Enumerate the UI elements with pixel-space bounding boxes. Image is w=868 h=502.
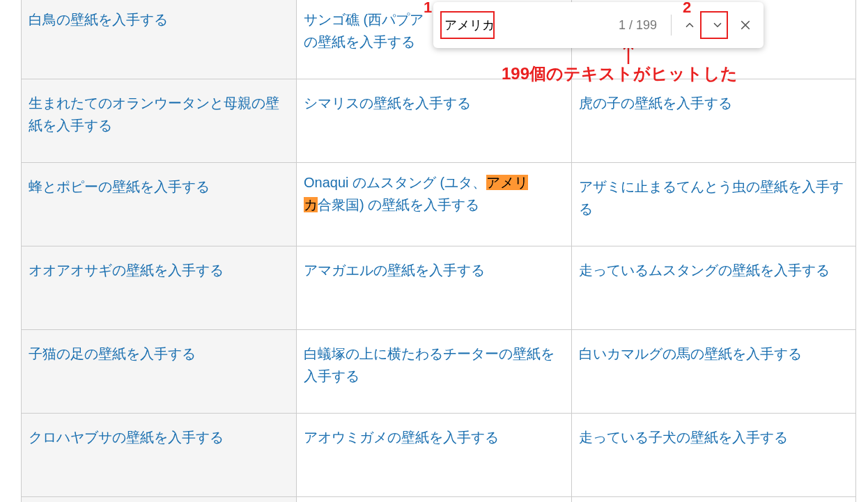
match-count: 1 / 199: [561, 18, 667, 33]
link-cell[interactable]: クロハヤブサの壁紙を入手する: [29, 430, 224, 445]
link-cell[interactable]: アオウミガメの壁紙を入手する: [304, 430, 499, 445]
link-cell[interactable]: 白鳥の壁紙を入手する: [29, 12, 168, 27]
link-cell[interactable]: 子猫の足の壁紙を入手する: [29, 346, 196, 361]
link-cell[interactable]: シマリスの壁紙を入手する: [304, 95, 471, 111]
link-cell-highlighted[interactable]: Onaqui のムスタング (ユタ、アメリカ合衆国) の壁紙を入手する: [304, 175, 528, 212]
wallpaper-links-table: 白鳥の壁紙を入手する サンゴ礁 (西パプアxxxxxxxxxxxxxxxxxxx…: [21, 0, 856, 502]
search-highlight: アメリ: [486, 175, 528, 190]
link-cell[interactable]: オオアオサギの壁紙を入手する: [29, 262, 224, 278]
link-cell[interactable]: 生まれたてのオランウータンと母親の壁紙を入手する: [29, 95, 279, 133]
chevron-up-icon: [683, 19, 696, 31]
link-cell[interactable]: 走っているムスタングの壁紙を入手する: [579, 262, 830, 278]
link-cell[interactable]: 蜂とポピーの壁紙を入手する: [29, 179, 210, 194]
chevron-down-icon: [711, 19, 724, 31]
prev-match-button[interactable]: [676, 11, 704, 39]
link-cell[interactable]: アザミに止まるてんとう虫の壁紙を入手する: [579, 179, 844, 217]
next-match-button[interactable]: [704, 11, 731, 39]
link-cell[interactable]: 虎の子の壁紙を入手する: [579, 95, 732, 111]
link-cell[interactable]: アマガエルの壁紙を入手する: [304, 262, 485, 278]
link-cell[interactable]: 走っている子犬の壁紙を入手する: [579, 430, 788, 445]
link-cell[interactable]: 白いカマルグの馬の壁紙を入手する: [579, 346, 802, 361]
separator: [671, 15, 672, 36]
search-highlight: カ: [304, 197, 318, 212]
close-findbar-button[interactable]: [731, 11, 759, 39]
close-icon: [739, 19, 752, 31]
search-input[interactable]: [443, 17, 561, 33]
find-in-page-bar: 1 / 199: [433, 2, 764, 48]
link-cell[interactable]: 白蟻塚の上に横たわるチーターの壁紙を入手する: [304, 346, 555, 384]
